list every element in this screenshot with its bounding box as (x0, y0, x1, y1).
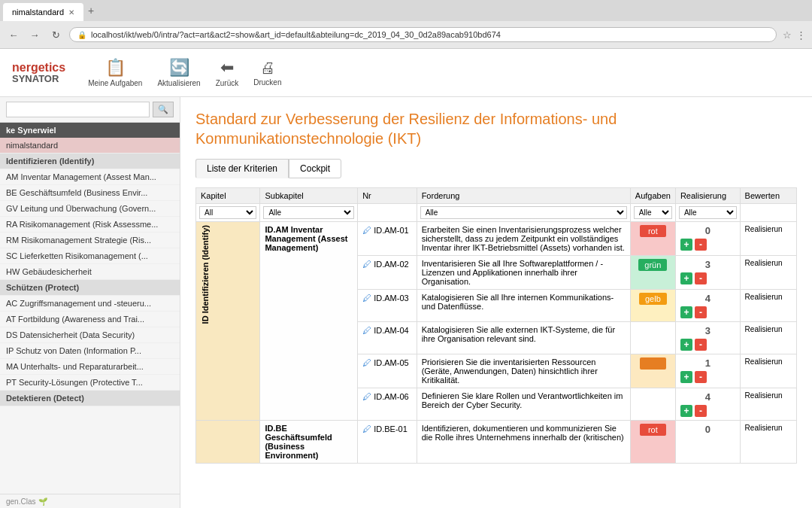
back-btn[interactable]: ← (6, 27, 21, 42)
minus-btn-2[interactable]: - (695, 272, 707, 284)
header-realisierung: Realisierung (675, 188, 740, 204)
browser-tab[interactable]: nimalstandard ✕ (3, 3, 83, 21)
sidebar-item-ra[interactable]: RA Risikomanagement (Risk Assessme... (0, 217, 180, 233)
real-btns-5: + - (680, 371, 735, 383)
minus-btn-6[interactable]: - (695, 405, 707, 417)
tab-cockpit[interactable]: Cockpit (289, 159, 341, 178)
filter-aufgaben-select[interactable]: Alle (634, 206, 672, 219)
forderung-cell-4: Katalogisieren Sie alle externen IKT-Sys… (417, 322, 630, 354)
filter-forderung-select[interactable]: Alle (420, 206, 627, 219)
real-btns-2: + - (680, 272, 735, 284)
minus-btn-3[interactable]: - (695, 306, 707, 318)
sidebar-item-am[interactable]: AM Inventar Management (Assest Man... (0, 169, 180, 185)
print-icon: 🖨 (260, 59, 275, 77)
filter-subkapitel-select[interactable]: Alle (263, 206, 354, 219)
tab-liste-kriterien[interactable]: Liste der Kriterien (195, 159, 289, 178)
nr-icon-be1: 🖊 (362, 424, 371, 434)
count-cell-4: 3 + - (675, 322, 740, 354)
tab-close-btn[interactable]: ✕ (68, 8, 74, 17)
plus-btn-3[interactable]: + (680, 306, 692, 318)
minus-btn-4[interactable]: - (695, 339, 707, 351)
logo-synator: SYNATOR (12, 73, 65, 84)
plus-btn-5[interactable]: + (680, 371, 692, 383)
count-value-2: 3 (680, 259, 735, 270)
forderung-cell-6: Definieren Sie klare Rollen und Verantwo… (417, 388, 630, 421)
sidebar-item-ip[interactable]: IP Schutz von Daten (Information P... (0, 343, 180, 359)
filter-aufgaben[interactable]: Alle (630, 204, 675, 222)
filter-kapitel-select[interactable]: All (199, 206, 256, 219)
search-button[interactable]: 🔍 (153, 102, 174, 117)
plus-btn-6[interactable]: + (680, 405, 692, 417)
sidebar-item-pt[interactable]: PT Security-Lösungen (Protective T... (0, 375, 180, 391)
nr-value-3: ID.AM-03 (374, 294, 408, 303)
plus-btn-4[interactable]: + (680, 339, 692, 351)
aufgaben-cell-3: gelb (630, 290, 675, 322)
nr-value-5: ID.AM-05 (374, 358, 408, 367)
url-box[interactable]: 🔒 localhost/ikt/web/0/intra/?act=art&act… (69, 27, 777, 42)
sidebar-section-schuetzen[interactable]: Schützen (Protect) (0, 280, 180, 296)
new-tab-btn[interactable]: + (83, 3, 98, 18)
zurueck-btn[interactable]: ⬅ Zurück (216, 58, 239, 87)
nr-cell-1: 🖊 ID.AM-01 (358, 222, 417, 256)
filter-kapitel[interactable]: All (196, 204, 260, 222)
page-title: Standard zur Verbesserung der Resilienz … (195, 109, 797, 148)
minus-btn-1[interactable]: - (695, 239, 707, 251)
toolbar: 📋 Meine Aufgaben 🔄 Aktualisieren ⬅ Zurüc… (88, 58, 281, 87)
settings-icon[interactable]: ⋮ (796, 29, 806, 41)
sidebar-item-ds[interactable]: DS Datensicherheit (Data Security) (0, 327, 180, 343)
count-value-4: 3 (680, 325, 735, 336)
nr-icon-5: 🖊 (362, 357, 371, 368)
sidebar-item-gv[interactable]: GV Leitung und Überwachung (Govern... (0, 201, 180, 217)
browser-icons: ☆ ⋮ (783, 29, 806, 41)
minus-btn-5[interactable]: - (695, 371, 707, 383)
drucken-btn[interactable]: 🖨 Drucken (253, 59, 281, 87)
bookmark-icon[interactable]: ☆ (783, 29, 792, 41)
search-input[interactable] (6, 102, 150, 117)
plus-btn-1[interactable]: + (680, 239, 692, 251)
aufgaben-cell-4 (630, 322, 675, 354)
meine-aufgaben-btn[interactable]: 📋 Meine Aufgaben (88, 58, 142, 87)
forward-btn[interactable]: → (27, 27, 42, 42)
sidebar-section-identifizieren[interactable]: Identifizieren (Identify) (0, 154, 180, 169)
sidebar-item-nimalstandard[interactable]: nimalstandard (0, 138, 180, 154)
nr-value-1: ID.AM-01 (374, 226, 408, 235)
sidebar-item-be[interactable]: BE Geschäftsumfeld (Business Envir... (0, 185, 180, 201)
sidebar-item-hw[interactable]: HW Gebäudesicherheit (0, 264, 180, 280)
nr-value-2: ID.AM-02 (374, 260, 408, 269)
filter-real[interactable]: Alle (675, 204, 740, 222)
sidebar-item-ac[interactable]: AC Zugriffsmanagement und -steueru... (0, 296, 180, 312)
kapitel-text: ID Identifizieren (Identify) (201, 225, 210, 324)
real-cell-5: Realisierun (740, 354, 796, 388)
count-value-6: 4 (680, 391, 735, 403)
filter-real-select[interactable]: Alle (679, 206, 737, 219)
real-btns-4: + - (680, 339, 735, 351)
content-area: Standard zur Verbesserung der Resilienz … (180, 97, 812, 508)
plus-btn-2[interactable]: + (680, 272, 692, 284)
nr-cell-5: 🖊 ID.AM-05 (358, 354, 417, 388)
table-row: ID Identifizieren (Identify) ID.AM Inven… (196, 222, 797, 256)
sidebar-item-sc[interactable]: SC Lieferketten Risikomanagement (... (0, 248, 180, 264)
filter-forderung[interactable]: Alle (417, 204, 630, 222)
filter-subkapitel[interactable]: Alle (260, 204, 358, 222)
tasks-icon: 📋 (105, 58, 126, 78)
nr-icon-4: 🖊 (362, 325, 371, 336)
kapitel-cell-id: ID Identifizieren (Identify) (196, 222, 260, 421)
back-arrow-icon: ⬅ (220, 58, 234, 78)
sidebar-items: nimalstandard Identifizieren (Identify) … (0, 138, 180, 494)
real-cell-4: Realisierun (740, 322, 796, 354)
kapitel-cell-id-be (196, 421, 260, 464)
sidebar-item-rm[interactable]: RM Risikomanagement Strategie (Ris... (0, 233, 180, 248)
aktualisieren-btn[interactable]: 🔄 Aktualisieren (157, 58, 200, 87)
sidebar-footer: gen.Clas 🌱 (0, 494, 180, 508)
badge-orange-5 (640, 357, 666, 370)
sidebar-item-at[interactable]: AT Fortbildung (Awareness and Trai... (0, 312, 180, 327)
badge-gruen-2: grün (638, 259, 667, 271)
nr-cell-6: 🖊 ID.AM-06 (358, 388, 417, 421)
sidebar-section-detektieren[interactable]: Detektieren (Detect) (0, 391, 180, 406)
sidebar-item-ma[interactable]: MA Unterhalts- und Reparaturarbeit... (0, 359, 180, 375)
logo: nergetics SYNATOR (12, 61, 65, 84)
aufgaben-cell-6 (630, 388, 675, 421)
filter-bewerten (740, 204, 796, 222)
footer-text: gen.Clas (6, 497, 35, 506)
reload-btn[interactable]: ↻ (48, 27, 63, 42)
